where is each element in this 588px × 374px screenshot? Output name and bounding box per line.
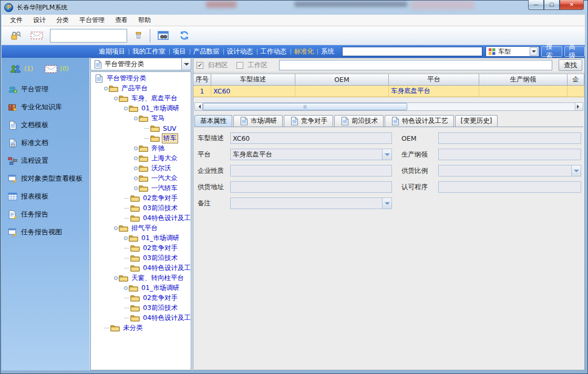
- refresh-icon[interactable]: [177, 29, 192, 43]
- tree-expand-toggle[interactable]: [134, 147, 138, 150]
- column-header-平台[interactable]: 平台: [389, 74, 479, 85]
- tree-node[interactable]: 02竞争对手: [92, 293, 191, 303]
- nav-item-系统[interactable]: 系统: [317, 47, 338, 56]
- tree-expand-toggle[interactable]: [134, 117, 138, 120]
- tree-node[interactable]: 奔驰: [92, 143, 191, 153]
- tree-expand-toggle[interactable]: [124, 107, 128, 110]
- tree-node[interactable]: 03前沿技术: [92, 303, 191, 313]
- window-search-icon[interactable]: [156, 29, 171, 43]
- nav-item-标准化[interactable]: 标准化: [291, 47, 318, 56]
- scroll-right-arrow[interactable]: [575, 103, 583, 110]
- find-input[interactable]: [279, 60, 552, 70]
- tree-expand-toggle[interactable]: [134, 167, 138, 170]
- tree-node[interactable]: 01_市场调研: [92, 103, 191, 113]
- field-生产纲领[interactable]: [438, 149, 581, 160]
- field-备注[interactable]: [230, 198, 392, 209]
- field-平台[interactable]: 车身底盘平台: [230, 149, 392, 160]
- tree-expand-toggle[interactable]: [134, 176, 138, 180]
- tab-特色设计及工艺[interactable]: 特色设计及工艺: [385, 115, 454, 127]
- column-header-生产纲领[interactable]: 生产纲领: [479, 74, 568, 85]
- sidebar-item-按对象类型查看模板[interactable]: 按对象类型查看模板: [2, 171, 89, 186]
- toolbar-search-input[interactable]: [50, 30, 127, 41]
- tree-node[interactable]: 04特色设计及工艺: [92, 313, 191, 323]
- mail-icon[interactable]: [45, 64, 57, 74]
- tree-node[interactable]: 产品平台: [92, 84, 191, 94]
- find-button[interactable]: 查找: [559, 59, 582, 71]
- chevron-down-icon[interactable]: [382, 198, 391, 209]
- column-header-企[interactable]: 企: [568, 74, 584, 85]
- tab-基本属性[interactable]: 基本属性: [194, 115, 232, 127]
- tree-expand-toggle[interactable]: [134, 186, 138, 190]
- horizontal-scrollbar[interactable]: [194, 102, 583, 111]
- nav-item-逾期项目[interactable]: 逾期项目: [95, 47, 129, 56]
- tree-category-combobox[interactable]: 平台管理分类: [90, 58, 191, 70]
- tree-node[interactable]: 天窗、转向柱平台: [92, 273, 191, 283]
- tree-expand-toggle[interactable]: [114, 276, 118, 280]
- scroll-left-arrow[interactable]: [195, 103, 203, 110]
- field-OEM[interactable]: [438, 132, 581, 144]
- tree-expand-toggle[interactable]: [124, 236, 128, 240]
- maximize-button[interactable]: ▢: [544, 0, 560, 10]
- minimize-button[interactable]: —: [528, 0, 544, 10]
- archive-filter-button[interactable]: [127, 29, 150, 43]
- search-button[interactable]: 搜索: [541, 46, 562, 57]
- tree-expand-toggle[interactable]: [114, 226, 118, 230]
- scrollbar-thumb[interactable]: [203, 103, 407, 110]
- nav-item-我的工作室[interactable]: 我的工作室: [129, 47, 169, 56]
- sidebar-item-任务报告[interactable]: 任务报告: [2, 207, 89, 222]
- sidebar-item-平台管理[interactable]: i平台管理: [2, 82, 89, 97]
- tree-node[interactable]: 04特色设计及工艺: [92, 263, 191, 273]
- scrollbar-track[interactable]: [203, 103, 575, 110]
- sidebar-item-标准文档[interactable]: 标准文档: [2, 136, 89, 150]
- column-header-OEM[interactable]: OEM: [295, 74, 389, 85]
- tree-node[interactable]: 一汽轿车: [92, 183, 191, 193]
- tree-node[interactable]: 平台管理分类: [92, 74, 191, 84]
- workspace-checkbox[interactable]: [236, 62, 243, 69]
- field-供货比例[interactable]: [438, 165, 581, 176]
- menu-item-设计[interactable]: 设计: [28, 14, 51, 26]
- tree-node[interactable]: 03前沿技术: [92, 203, 191, 213]
- nav-item-工作动态[interactable]: 工作动态: [257, 47, 291, 56]
- nav-item-产品数据[interactable]: 产品数据: [190, 47, 223, 56]
- sidebar-item-流程设置[interactable]: 流程设置: [2, 153, 89, 168]
- field-认可程序[interactable]: [438, 181, 581, 193]
- tree-expand-toggle[interactable]: [114, 97, 118, 100]
- tab-竞争对手[interactable]: 竞争对手: [284, 115, 333, 127]
- field-供货地址[interactable]: [230, 181, 392, 193]
- sidebar-item-文档模板[interactable]: 文档模板: [2, 118, 89, 132]
- close-button[interactable]: ✕: [560, 0, 584, 10]
- sidebar-item-报表模板[interactable]: 报表模板: [2, 189, 89, 204]
- nav-item-项目[interactable]: 项目: [169, 47, 190, 56]
- tree-node[interactable]: 01_市场调研: [92, 233, 191, 243]
- search-category-selector[interactable]: 车型: [486, 46, 539, 57]
- tree-expand-toggle[interactable]: [104, 87, 108, 90]
- tree-node[interactable]: 一汽大众: [92, 173, 191, 183]
- sidebar-item-任务报告视图[interactable]: 任务报告视图: [2, 225, 89, 240]
- chevron-down-icon[interactable]: [571, 165, 581, 176]
- tab-[变更历史][interactable]: [变更历史]: [455, 115, 498, 127]
- chevron-down-icon[interactable]: [181, 58, 191, 70]
- menu-item-文件[interactable]: 文件: [5, 14, 28, 26]
- tree-node[interactable]: 上海大众: [92, 153, 191, 163]
- tree-node[interactable]: 车身、底盘平台: [92, 94, 191, 103]
- tree-expand-toggle[interactable]: [134, 157, 138, 160]
- tab-市场调研[interactable]: 市场调研: [233, 115, 283, 127]
- column-header-车型描述[interactable]: 车型描述: [211, 74, 295, 85]
- tree-node[interactable]: 01_市场调研: [92, 283, 191, 293]
- tree-node[interactable]: 02竞争对手: [92, 193, 191, 203]
- tree-node[interactable]: 宝马: [92, 113, 191, 123]
- advanced-search-button[interactable]: 高级: [564, 46, 585, 57]
- tree-node[interactable]: 02竞争对手: [92, 243, 191, 253]
- lock-key-icon[interactable]: [8, 29, 24, 43]
- tree-node[interactable]: 03前沿技术: [92, 253, 191, 263]
- global-search-input[interactable]: [342, 47, 482, 56]
- tree-node[interactable]: 未分类: [92, 323, 191, 333]
- tab-前沿技术[interactable]: 前沿技术: [334, 115, 384, 127]
- menu-item-帮助[interactable]: 帮助: [133, 14, 156, 26]
- field-企业性质[interactable]: [230, 165, 392, 176]
- archive-area-checkbox[interactable]: ✔: [197, 62, 203, 69]
- column-header-序号[interactable]: 序号: [193, 74, 211, 85]
- tree-expand-toggle[interactable]: [124, 286, 128, 290]
- chevron-down-icon[interactable]: [530, 47, 538, 56]
- tree-node[interactable]: 排气平台: [92, 223, 191, 233]
